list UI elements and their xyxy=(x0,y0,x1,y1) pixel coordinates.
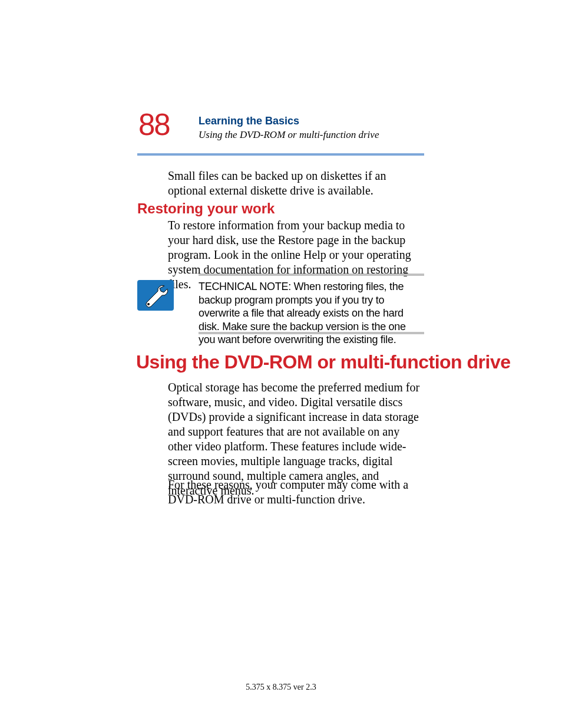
svg-point-1 xyxy=(147,303,150,305)
footer-text: 5.375 x 8.375 ver 2.3 xyxy=(0,683,562,692)
header-section-title: Using the DVD-ROM or multi-function driv… xyxy=(199,129,379,141)
reasons-paragraph: For these reasons, your computer may com… xyxy=(168,477,424,507)
header-chapter-title: Learning the Basics xyxy=(199,115,379,128)
intro-paragraph: Small files can be backed up on diskette… xyxy=(168,169,424,198)
technical-note: TECHNICAL NOTE: When restoring files, th… xyxy=(199,280,424,347)
note-bottom-rule xyxy=(199,332,424,334)
subheading-restoring: Restoring your work xyxy=(137,200,275,217)
wrench-icon xyxy=(137,280,174,311)
heading-dvd-rom: Using the DVD-ROM or multi-function driv… xyxy=(136,351,510,373)
note-top-rule xyxy=(199,274,424,276)
running-header: Learning the Basics Using the DVD-ROM or… xyxy=(199,115,379,141)
page-number: 88 xyxy=(138,110,170,140)
document-page: 88 Learning the Basics Using the DVD-ROM… xyxy=(0,0,562,728)
header-rule xyxy=(137,153,424,156)
